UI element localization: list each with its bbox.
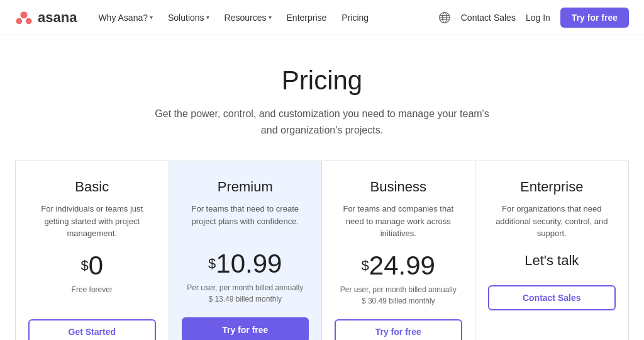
hero-section: Pricing Get the power, control, and cust…: [0, 35, 644, 161]
cta-button-basic[interactable]: Get Started: [28, 319, 156, 340]
cta-button-enterprise[interactable]: Contact Sales: [488, 285, 616, 310]
contact-sales-link[interactable]: Contact Sales: [461, 13, 516, 23]
price-block-premium: $10.99: [182, 251, 309, 277]
price-display-business: $24.99: [335, 252, 462, 279]
price-number: 10.99: [216, 251, 282, 277]
try-free-button[interactable]: Try for free: [560, 8, 629, 28]
currency-symbol: $: [362, 258, 369, 274]
cta-button-premium[interactable]: Try for free: [182, 317, 309, 340]
price-note-business: Per user, per month billed annually $ 30…: [335, 284, 462, 307]
plan-card-basic: BasicFor individuals or teams just getti…: [16, 161, 169, 340]
plan-card-business: BusinessFor teams and companies that nee…: [322, 161, 475, 340]
chevron-icon: ▾: [206, 14, 209, 21]
plan-name-business: Business: [335, 179, 462, 195]
nav-pricing[interactable]: Pricing: [335, 9, 375, 26]
price-number: 0: [89, 252, 103, 279]
nav-right: Contact Sales Log In Try for free: [438, 8, 629, 28]
logo[interactable]: asana: [15, 9, 77, 26]
plan-name-enterprise: Enterprise: [488, 179, 616, 195]
plan-card-enterprise: EnterpriseFor organizations that need ad…: [475, 161, 629, 340]
price-note-premium: Per user, per month billed annually $ 13…: [182, 282, 309, 305]
asana-logo-icon: [15, 9, 33, 26]
plan-name-basic: Basic: [28, 179, 156, 195]
globe-icon[interactable]: [438, 11, 451, 24]
price-note-basic: Free forever: [28, 284, 156, 307]
page-title: Pricing: [13, 65, 631, 96]
plan-desc-enterprise: For organizations that need additional s…: [488, 203, 616, 240]
price-display-basic: $0: [28, 252, 156, 279]
svg-point-0: [20, 11, 27, 18]
nav-resources[interactable]: Resources ▾: [218, 9, 278, 26]
svg-point-1: [16, 18, 22, 24]
nav-links: Why Asana? ▾ Solutions ▾ Resources ▾ Ent…: [92, 9, 375, 26]
price-display-premium: $10.99: [182, 251, 309, 277]
currency-symbol: $: [80, 258, 88, 274]
plans-grid: BasicFor individuals or teams just getti…: [15, 161, 629, 340]
nav-why-asana[interactable]: Why Asana? ▾: [92, 9, 159, 26]
plan-name-premium: Premium: [182, 179, 309, 195]
nav-left: asana Why Asana? ▾ Solutions ▾ Resources…: [15, 9, 375, 26]
logo-text: asana: [38, 9, 77, 26]
plan-desc-premium: For teams that need to create project pl…: [182, 203, 309, 238]
plan-card-premium: PremiumFor teams that need to create pro…: [169, 161, 323, 340]
log-in-link[interactable]: Log In: [526, 13, 550, 23]
nav-enterprise[interactable]: Enterprise: [280, 9, 333, 26]
pricing-section: BasicFor individuals or teams just getti…: [0, 161, 644, 340]
price-number: 24.99: [369, 252, 435, 279]
lets-talk-text: Let's talk: [488, 252, 616, 269]
price-block-basic: $0: [28, 252, 156, 279]
nav-solutions[interactable]: Solutions ▾: [162, 9, 216, 26]
chevron-icon: ▾: [150, 14, 153, 21]
plan-desc-basic: For individuals or teams just getting st…: [28, 203, 156, 240]
svg-point-2: [26, 18, 32, 24]
navbar: asana Why Asana? ▾ Solutions ▾ Resources…: [0, 0, 644, 35]
chevron-icon: ▾: [269, 14, 272, 21]
currency-symbol: $: [208, 256, 216, 272]
cta-button-business[interactable]: Try for free: [335, 319, 462, 340]
hero-subtitle: Get the power, control, and customizatio…: [152, 106, 492, 138]
plan-desc-business: For teams and companies that need to man…: [335, 203, 462, 240]
price-block-business: $24.99: [335, 252, 462, 279]
